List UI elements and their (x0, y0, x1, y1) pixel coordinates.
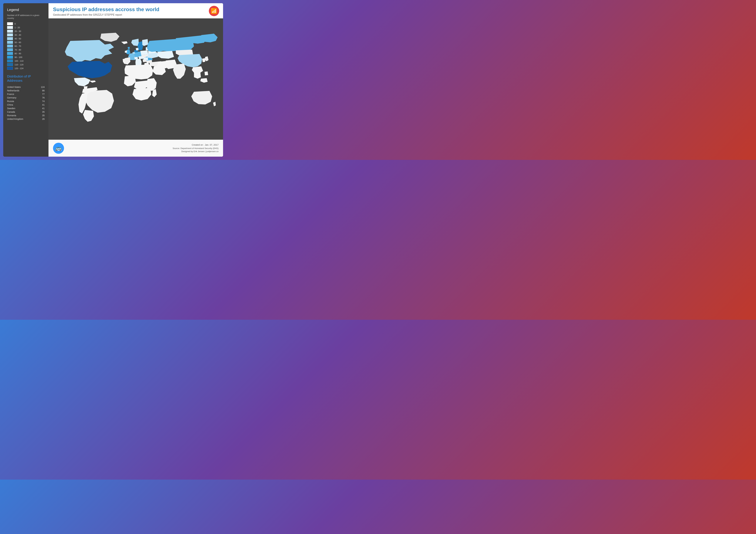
country-name: Canada (7, 110, 38, 114)
distribution-row: Romania 35 (7, 114, 44, 117)
country-count: 35 (38, 114, 44, 117)
legend-item: 20 - 30 (7, 30, 44, 33)
country-count: 77 (38, 92, 44, 96)
legend-item-label: 80 - 90 (14, 52, 21, 55)
legend-item-label: 0 (14, 23, 16, 25)
legend-color-swatch (7, 63, 13, 66)
distribution-table: United States 124 Netherlands 86 France … (7, 85, 44, 121)
legend-item: 30 - 40 (7, 34, 44, 36)
main-subtitle: Geolocated IP addresses from the GRIZZLY… (53, 13, 219, 16)
main-header: Suspicious IP addresses accross the worl… (48, 3, 223, 18)
belgium (133, 52, 135, 54)
legend-color-swatch (7, 67, 13, 70)
bus-icon: 🚌 (55, 145, 62, 151)
distribution-title: Distribution of IP Addresses (7, 74, 44, 83)
map-container (48, 18, 223, 140)
sidebar: Legend Number of IP addresses in a given… (3, 3, 48, 157)
legend-title: Legend (7, 8, 44, 12)
footer-source-line1: Source: Department of Homeland Security … (173, 147, 219, 149)
country-count: 76 (38, 96, 44, 99)
legend-color-swatch (7, 22, 13, 25)
legend-item-label: 40 - 50 (14, 38, 21, 40)
legend-color-swatch (7, 30, 13, 33)
country-count: 124 (38, 85, 44, 89)
footer-source-line2: Designed by Erik Jensen | justjensen.co (181, 150, 219, 153)
country-name: China (7, 103, 38, 107)
footer-created: Created on : Jan. 07, 2017 (173, 143, 219, 146)
korea (202, 58, 205, 62)
footer-source: Source: Department of Homeland Security … (173, 147, 219, 153)
legend-color-swatch (7, 44, 13, 47)
legend-item-label: 120 - 124 (14, 67, 23, 70)
legend-item-label: 100 - 110 (14, 60, 23, 62)
country-name: Germany (7, 96, 38, 99)
legend-item-label: 1 - 20 (14, 26, 20, 29)
legend-color-swatch (7, 34, 13, 36)
country-count: 41 (38, 103, 44, 107)
country-count: 41 (38, 107, 44, 110)
denmark (136, 48, 139, 50)
legend-color-swatch (7, 41, 13, 44)
legend-item: 100 - 110 (7, 60, 44, 62)
legend-color-swatch (7, 56, 13, 59)
country-name: Russia (7, 99, 38, 103)
legend-item-label: 30 - 40 (14, 34, 21, 36)
legend-item: 60 - 70 (7, 44, 44, 47)
legend-color-swatch (7, 48, 13, 51)
distribution-row: Russia 74 (7, 99, 44, 103)
legend-color-swatch (7, 26, 13, 29)
country-name: United Kingdom (7, 117, 38, 121)
main-panel: Suspicious IP addresses accross the worl… (48, 3, 223, 157)
main-footer: 🚌 Created on : Jan. 07, 2017 Source: Dep… (48, 140, 223, 157)
distribution-row: Netherlands 86 (7, 89, 44, 92)
legend-item-label: 70 - 80 (14, 49, 21, 51)
country-name: France (7, 92, 38, 96)
wifi-icon: 📶 (211, 8, 217, 14)
poland (140, 50, 148, 55)
bus-icon-circle: 🚌 (53, 143, 64, 154)
legend-item: 70 - 80 (7, 48, 44, 51)
legend-item: 0 (7, 22, 44, 25)
legend-item: 110 - 120 (7, 63, 44, 66)
distribution-row: Canada 35 (7, 110, 44, 114)
legend-item-label: 90 - 100 (14, 56, 22, 59)
country-name: Sweden (7, 107, 38, 110)
legend-subtitle: Number of IP addresses in a given countr… (7, 14, 44, 20)
distribution-row: France 77 (7, 92, 44, 96)
legend-item: 1 - 20 (7, 26, 44, 29)
distribution-row: Germany 76 (7, 96, 44, 99)
legend-item: 80 - 90 (7, 52, 44, 55)
country-name: Netherlands (7, 89, 38, 92)
country-count: 26 (38, 117, 44, 121)
legend-items: 0 1 - 20 20 - 30 30 - 40 40 - 50 50 - 60… (7, 22, 44, 70)
world-map (48, 18, 223, 140)
serbia (143, 59, 147, 62)
wifi-badge: 📶 (209, 6, 219, 16)
legend-item: 50 - 60 (7, 41, 44, 44)
legend-item-label: 20 - 30 (14, 30, 21, 33)
country-name: Romania (7, 114, 38, 117)
legend-item: 90 - 100 (7, 56, 44, 59)
app-container: Legend Number of IP addresses in a given… (3, 3, 223, 157)
legend-color-swatch (7, 37, 13, 40)
country-count: 86 (38, 89, 44, 92)
legend-item: 40 - 50 (7, 37, 44, 40)
legend-color-swatch (7, 60, 13, 62)
distribution-row: Sweden 41 (7, 107, 44, 110)
legend-item: 120 - 124 (7, 67, 44, 70)
country-name: United States (7, 85, 38, 89)
main-title: Suspicious IP addresses accross the worl… (53, 7, 219, 13)
country-count: 74 (38, 99, 44, 103)
philippines (204, 71, 208, 75)
legend-item-label: 60 - 70 (14, 45, 21, 47)
legend-item-label: 50 - 60 (14, 41, 21, 44)
distribution-row: United Kingdom 26 (7, 117, 44, 121)
legend-item-label: 110 - 120 (14, 64, 23, 66)
country-count: 35 (38, 110, 44, 114)
footer-text: Created on : Jan. 07, 2017 Source: Depar… (173, 143, 219, 153)
distribution-row: United States 124 (7, 85, 44, 89)
distribution-row: China 41 (7, 103, 44, 107)
legend-color-swatch (7, 52, 13, 55)
